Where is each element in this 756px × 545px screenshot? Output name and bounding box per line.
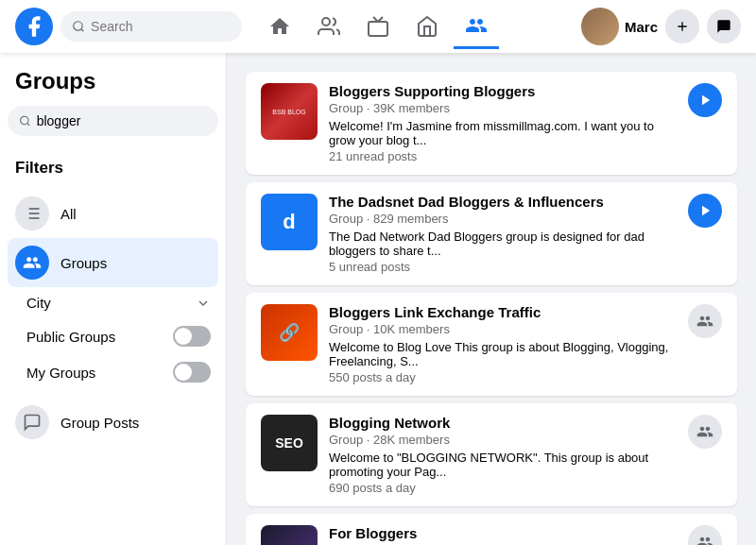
public-groups-label: Public Groups <box>26 329 115 345</box>
messenger-button[interactable] <box>707 9 741 43</box>
filter-public-groups[interactable]: Public Groups <box>8 318 218 354</box>
group-thumb-bsb: BSB BLOG <box>261 83 318 140</box>
group-meta-bloglink: Group · 10K members <box>329 322 677 336</box>
topnav-right: Marc <box>514 8 741 45</box>
group-action-blognet <box>688 415 722 449</box>
group-card-bloglink: 🔗 Bloggers Link Exchange Traffic Group ·… <box>246 293 737 396</box>
group-desc-blognet: Welcome to "BLOGGING NETWORK". This grou… <box>329 451 677 479</box>
group-posts-count-bloglink: 550 posts a day <box>329 370 677 384</box>
filters-label: Filters <box>8 151 218 185</box>
svg-point-0 <box>74 22 82 30</box>
group-meta-blognet: Group · 28K members <box>329 433 677 447</box>
avatar <box>581 8 619 45</box>
my-groups-label: My Groups <box>26 365 95 381</box>
groups-list: BSB BLOG Bloggers Supporting Bloggers Gr… <box>246 72 737 545</box>
join-button-bsb[interactable] <box>688 83 722 117</box>
group-thumb-dad: d <box>261 194 318 250</box>
group-card-forbloggers: ▲ For Bloggers Group · 33K members Share… <box>246 514 737 545</box>
group-name-bsb: Bloggers Supporting Bloggers <box>329 83 677 99</box>
public-groups-toggle[interactable] <box>173 326 211 347</box>
sidebar: Groups Filters All Groups City Pub <box>0 53 227 545</box>
group-info-forbloggers: For Bloggers Group · 33K members Share y… <box>329 525 677 545</box>
join-button-blognet[interactable] <box>688 415 722 449</box>
group-action-dad <box>688 194 722 228</box>
group-posts-count-dad: 5 unread posts <box>329 260 677 274</box>
svg-line-5 <box>27 123 29 125</box>
nav-groups[interactable] <box>454 4 499 49</box>
group-info-dad: The Dadsnet Dad Bloggers & Influencers G… <box>329 194 677 274</box>
nav-home[interactable] <box>257 4 302 49</box>
topnav-left <box>15 8 242 45</box>
group-desc-bsb: Welcome! I'm Jasmine from missmillmag.co… <box>329 119 677 147</box>
svg-rect-3 <box>369 22 387 36</box>
chevron-down-icon <box>196 296 211 311</box>
filter-all[interactable]: All <box>8 189 218 238</box>
group-card-blognet: SEO Blogging Network Group · 28K members… <box>246 403 737 506</box>
filter-my-groups[interactable]: My Groups <box>8 354 218 390</box>
group-thumb-blognet: SEO <box>261 415 318 471</box>
svg-point-4 <box>21 116 28 124</box>
topnav: Marc <box>0 0 756 53</box>
group-thumb-bloglink: 🔗 <box>261 304 318 361</box>
group-card-bsb: BSB BLOG Bloggers Supporting Bloggers Gr… <box>246 72 737 175</box>
group-desc-dad: The Dad Network Dad Bloggers group is de… <box>329 230 677 258</box>
group-meta-bsb: Group · 39K members <box>329 101 677 115</box>
group-name-bloglink: Bloggers Link Exchange Traffic <box>329 304 677 320</box>
sidebar-search-box[interactable] <box>8 106 218 136</box>
group-posts-label: Group Posts <box>60 415 139 431</box>
group-desc-bloglink: Welcome to Blog Love This group is about… <box>329 340 677 368</box>
group-name-blognet: Blogging Network <box>329 415 677 431</box>
add-button[interactable] <box>665 9 699 43</box>
facebook-logo[interactable] <box>15 8 53 45</box>
filter-groups[interactable]: Groups <box>8 238 218 287</box>
group-info-bsb: Bloggers Supporting Bloggers Group · 39K… <box>329 83 677 163</box>
group-card-dad: d The Dadsnet Dad Bloggers & Influencers… <box>246 182 737 285</box>
global-search-input[interactable] <box>91 19 231 34</box>
group-name-forbloggers: For Bloggers <box>329 525 677 541</box>
group-action-bsb <box>688 83 722 117</box>
filter-city[interactable]: City <box>8 287 218 318</box>
filter-groups-icon <box>15 246 49 280</box>
main-layout: Groups Filters All Groups City Pub <box>0 53 756 545</box>
group-info-blognet: Blogging Network Group · 28K members Wel… <box>329 415 677 495</box>
group-name-dad: The Dadsnet Dad Bloggers & Influencers <box>329 194 677 210</box>
join-button-bloglink[interactable] <box>688 304 722 338</box>
filter-all-icon <box>15 196 49 230</box>
svg-point-2 <box>322 18 330 26</box>
sidebar-search-input[interactable] <box>37 113 207 128</box>
sidebar-title: Groups <box>8 68 218 106</box>
group-posts-icon <box>15 405 49 439</box>
sidebar-search-icon <box>19 114 31 128</box>
filter-city-label: City <box>26 295 51 311</box>
join-button-dad[interactable] <box>688 194 722 228</box>
group-action-bloglink <box>688 304 722 338</box>
topnav-center <box>242 4 514 49</box>
svg-line-1 <box>81 29 84 32</box>
my-groups-toggle[interactable] <box>173 362 211 383</box>
filter-all-label: All <box>60 206 77 222</box>
group-thumb-forbloggers: ▲ <box>261 525 318 545</box>
search-icon <box>72 19 85 34</box>
user-profile[interactable]: Marc <box>581 8 658 45</box>
group-posts-count-blognet: 690 posts a day <box>329 481 677 495</box>
global-search-box[interactable] <box>60 11 242 42</box>
nav-watch[interactable] <box>355 4 401 49</box>
main-content: BSB BLOG Bloggers Supporting Bloggers Gr… <box>227 53 756 545</box>
join-button-forbloggers[interactable] <box>688 525 722 545</box>
group-posts-count-bsb: 21 unread posts <box>329 149 677 163</box>
nav-marketplace[interactable] <box>404 4 450 49</box>
filter-group-posts[interactable]: Group Posts <box>8 398 218 447</box>
group-action-forbloggers <box>688 525 722 545</box>
nav-friends[interactable] <box>306 4 352 49</box>
group-meta-dad: Group · 829 members <box>329 212 677 226</box>
username: Marc <box>625 19 658 35</box>
filter-groups-label: Groups <box>60 255 107 271</box>
group-info-bloglink: Bloggers Link Exchange Traffic Group · 1… <box>329 304 677 384</box>
